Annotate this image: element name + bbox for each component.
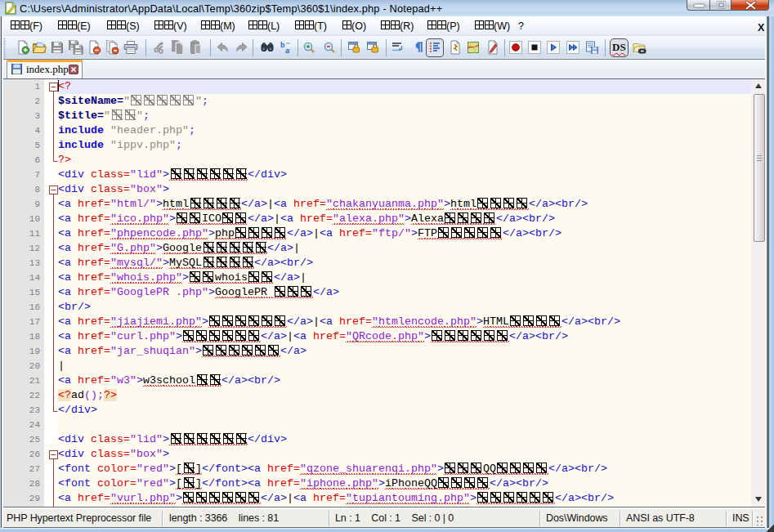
svg-text:a: a (285, 47, 290, 55)
